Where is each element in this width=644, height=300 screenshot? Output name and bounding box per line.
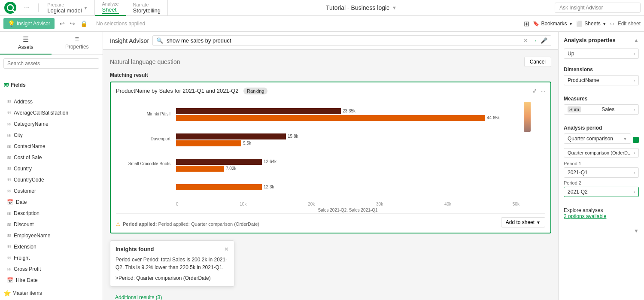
nav-analyze[interactable]: Analyze Sheet: [95, 0, 126, 16]
additional-results-tab[interactable]: Additional results (3): [110, 292, 167, 300]
field-item-countrycode[interactable]: ≋CountryCode: [0, 174, 103, 185]
ia-microphone-icon[interactable]: 🎤: [541, 37, 547, 44]
bar-4a: [176, 184, 262, 190]
bookmarks-button[interactable]: 🔖 Bookmarks ▼: [533, 21, 573, 27]
add-to-sheet-button[interactable]: Add to sheet ▼: [501, 217, 545, 227]
master-items-section[interactable]: ⭐ Master items: [0, 286, 103, 300]
bar-label-3a: 12.64k: [264, 159, 276, 164]
insights-period-link[interactable]: >Period: Quarter comparison (OrderDate): [115, 275, 211, 281]
expand-icon[interactable]: ⤢: [532, 88, 537, 94]
next-arrow-icon[interactable]: ›: [613, 21, 614, 27]
nlq-header: Natural language question Cancel: [110, 57, 551, 67]
ask-insight-advisor-input[interactable]: [555, 3, 641, 13]
ia-search-input[interactable]: [167, 37, 520, 44]
right-panel-scroll-up-icon[interactable]: ▲: [634, 37, 639, 43]
field-item-customer[interactable]: ≋Customer: [0, 185, 103, 197]
measure-sales-label: Sales: [601, 106, 614, 112]
additional-results: Additional results (3) Contribution of P…: [110, 292, 551, 300]
nav-prepare[interactable]: Prepare Logical model ▼: [40, 0, 95, 16]
field-item-freight[interactable]: ≋Freight: [0, 252, 103, 264]
x-tick-30k: 30k: [376, 202, 383, 206]
bar-label-1a: 23.35k: [343, 109, 355, 113]
dimension-productname-item[interactable]: ProductName ›: [564, 75, 639, 85]
content-area: Insight Advisor 🔍 ✕ → 🎤 Natural language…: [103, 32, 558, 300]
grid-view-icon[interactable]: ⊞: [524, 20, 529, 28]
chart-legend: [524, 102, 545, 196]
field-icon: ≋: [7, 244, 11, 250]
properties-icon: ≡: [53, 35, 101, 43]
bar-label-1b: 44.65k: [487, 115, 500, 120]
right-panel-up-dropdown[interactable]: Up ›: [564, 48, 639, 59]
field-item-employeename[interactable]: ≋EmployeeName: [0, 230, 103, 241]
main-layout: ☰ Assets ≡ Properties ≋ Fields ≋Address≋…: [0, 32, 644, 300]
field-item-address[interactable]: ≋Address: [0, 96, 103, 107]
field-icon: ≋: [7, 155, 11, 161]
field-item-cost-of-sale[interactable]: ≋Cost of Sale: [0, 152, 103, 163]
tab-assets[interactable]: ☰ Assets: [0, 32, 52, 55]
field-icon: ≋: [7, 210, 11, 216]
more-options-icon[interactable]: ···: [541, 88, 545, 94]
explore-analyses-label: Explore analyses: [564, 207, 639, 213]
tab-properties[interactable]: ≡ Properties: [52, 32, 103, 55]
bar-2b: [176, 140, 241, 146]
insight-advisor-icon: 💡: [8, 20, 15, 27]
explore-link[interactable]: 2 options available: [564, 213, 639, 219]
dimensions-title: Dimensions: [564, 67, 639, 73]
field-item-date[interactable]: 📅Date: [0, 197, 103, 208]
analysis-period-dropdown[interactable]: Quarter comparison ▼: [564, 133, 631, 144]
edit-sheet-button[interactable]: Edit sheet: [618, 21, 641, 27]
insight-advisor-button[interactable]: 💡 Insight Advisor: [3, 18, 55, 29]
qlik-logo[interactable]: [3, 1, 17, 15]
bar-group-3: 12.64k 7.02k: [176, 159, 519, 172]
field-item-city[interactable]: ≋City: [0, 130, 103, 141]
y-label-1: Minnki Päisil: [146, 112, 170, 116]
period2-value-item[interactable]: 2021-Q2 ›: [564, 187, 639, 197]
field-item-gross-profit[interactable]: ≋Gross Profit: [0, 264, 103, 275]
right-panel-scroll-down-icon[interactable]: ▼: [634, 228, 639, 234]
bar-2a: [176, 133, 286, 139]
field-item-discount[interactable]: ≋Discount: [0, 219, 103, 230]
sheets-button[interactable]: ⬜ Sheets ▼: [576, 21, 606, 27]
search-assets-input[interactable]: [3, 58, 99, 69]
lock-icon[interactable]: 🔒: [79, 19, 89, 28]
ia-search-submit-icon[interactable]: →: [532, 37, 537, 44]
insights-title-text: Insights found: [115, 246, 154, 252]
undo-icon[interactable]: ↩: [58, 19, 67, 28]
prev-arrow-icon[interactable]: ‹: [610, 21, 612, 27]
insights-close-icon[interactable]: ✕: [224, 246, 229, 252]
bookmark-icon: 🔖: [533, 21, 539, 27]
period1-value-item[interactable]: 2021-Q1 ›: [564, 167, 639, 178]
field-item-hire-date[interactable]: 📅Hire Date: [0, 275, 103, 286]
nav-arrows: ‹ ›: [610, 21, 614, 27]
field-item-extension[interactable]: ≋Extension: [0, 241, 103, 252]
x-tick-40k: 40k: [444, 202, 451, 206]
ia-search-clear-icon[interactable]: ✕: [523, 37, 528, 44]
field-icon: ≋: [7, 99, 11, 105]
period2-label: Period 2:: [564, 180, 639, 185]
analysis-period-section: Analysis period Quarter comparison ▼ Qua…: [564, 125, 639, 199]
field-item-country[interactable]: ≋Country: [0, 163, 103, 174]
nav-narrate[interactable]: Narrate Storytelling: [126, 0, 168, 16]
dimension-arrow-icon: ›: [634, 78, 635, 83]
redo-icon[interactable]: ↪: [68, 19, 77, 28]
analysis-period-checkbox[interactable]: [633, 137, 639, 143]
bar-label-3b: 7.02k: [226, 166, 236, 171]
bar-1a: [176, 108, 341, 114]
ia-title-text: Insight Advisor: [110, 37, 149, 44]
field-item-averagecallsatisfaction[interactable]: ≋AverageCallSatisfaction: [0, 107, 103, 118]
field-item-categoryname[interactable]: ≋CategoryName: [0, 118, 103, 130]
period1-arrow-icon: ›: [634, 170, 635, 175]
app-title[interactable]: Tutorial - Business logic ▼: [326, 4, 397, 11]
chart-card-header: ProductName by Sales for 2021-Q1 and 202…: [116, 88, 545, 94]
field-icon: ≋: [7, 177, 11, 183]
bar-label-4a: 12.3k: [264, 185, 274, 189]
hamburger-menu[interactable]: ···: [24, 4, 30, 12]
bar-row-4a: 12.3k: [176, 184, 519, 190]
analysis-period-sub-item[interactable]: Quarter comparison (OrderD... ›: [564, 148, 639, 158]
field-item-description[interactable]: ≋Description: [0, 208, 103, 219]
cancel-button[interactable]: Cancel: [524, 57, 551, 67]
period-warning-icon: ⚠: [116, 221, 120, 227]
field-icon: ≋: [7, 121, 11, 127]
field-item-contactname[interactable]: ≋ContactName: [0, 141, 103, 152]
measure-sales-item[interactable]: Sum Sales ›: [564, 104, 639, 115]
